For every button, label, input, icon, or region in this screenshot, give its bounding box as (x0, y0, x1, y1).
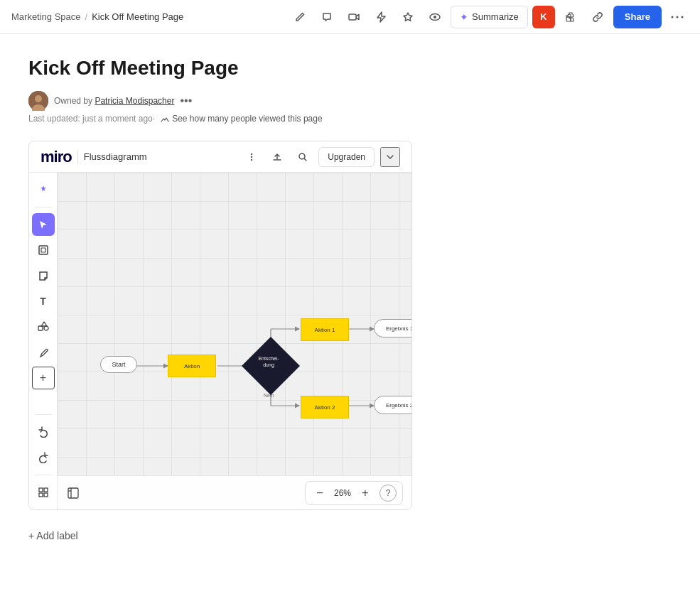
toolbar-add-button[interactable]: + (32, 367, 55, 389)
miro-topbar: miro Flussdiagramm (29, 141, 411, 173)
summarize-button[interactable]: ✦ Summarize (451, 6, 528, 28)
svg-rect-22 (44, 493, 48, 497)
svg-point-2 (434, 16, 436, 18)
miro-collapse-button[interactable] (380, 147, 400, 167)
miro-toolbar: T + (29, 173, 58, 509)
star-button[interactable] (397, 6, 419, 28)
space-name[interactable]: Marketing Space (11, 11, 81, 22)
svg-point-5 (677, 16, 679, 18)
help-button[interactable]: ? (379, 485, 397, 502)
miro-upload-button[interactable] (267, 147, 287, 167)
page-title: Kick Off Meeting Page (28, 57, 672, 80)
toolbar-separator-3 (35, 475, 52, 475)
share-button[interactable]: Share (613, 6, 662, 28)
svg-point-11 (251, 156, 252, 157)
kiwi-letter: K (540, 11, 546, 22)
flowchart-result2: Ergebnis 2 (374, 396, 411, 414)
toolbar-frame-button[interactable] (32, 239, 55, 261)
updated-text: Last updated: just a moment ago· (28, 114, 155, 124)
updated-row: Last updated: just a moment ago· See how… (28, 114, 672, 124)
miro-body: T + (29, 173, 411, 509)
svg-marker-18 (41, 322, 47, 326)
svg-rect-33 (68, 488, 78, 498)
summarize-label: Summarize (472, 11, 519, 22)
eye-button[interactable] (424, 6, 446, 28)
svg-point-4 (672, 16, 674, 18)
svg-point-17 (44, 326, 48, 330)
toolbar-undo-button[interactable] (32, 421, 55, 443)
owner-text: Owned by Patricia Modispacher (54, 96, 174, 106)
svg-point-12 (251, 158, 252, 160)
page-meta: Owned by Patricia Modispacher ••• Last u… (28, 91, 672, 124)
toolbar-shapes-button[interactable] (32, 315, 55, 338)
breadcrumb: Marketing Space / Kick Off Meeting Page (11, 11, 183, 22)
toolbar-separator-2 (35, 414, 52, 415)
zoom-level: 26% (331, 488, 354, 498)
bolt-button[interactable] (370, 6, 392, 28)
flowchart-action1: Aktion 1 (301, 318, 349, 341)
svg-rect-15 (41, 248, 45, 252)
miro-board-title: Flussdiagramm (84, 151, 147, 162)
toolbar-redo-button[interactable] (32, 446, 55, 469)
share-label: Share (625, 11, 650, 22)
edit-button[interactable] (289, 6, 311, 28)
flowchart-start: Start (100, 356, 137, 373)
comment-button[interactable] (316, 6, 338, 28)
miro-upgrade-button[interactable]: Upgraden (318, 147, 375, 167)
owner-row: Owned by Patricia Modispacher ••• (28, 91, 672, 111)
svg-point-8 (35, 95, 42, 102)
avatar (28, 91, 48, 111)
svg-rect-20 (44, 488, 48, 492)
miro-topbar-divider (77, 150, 78, 164)
miro-frame-nav-button[interactable] (63, 483, 83, 503)
toolbar-ai-button[interactable] (32, 178, 55, 201)
toolbar-text-button[interactable]: T (32, 290, 55, 313)
header-actions: ✦ Summarize K Share (289, 6, 689, 28)
svg-rect-21 (39, 493, 43, 497)
svg-rect-3 (566, 17, 571, 21)
owner-menu-button[interactable]: ••• (180, 94, 192, 107)
svg-rect-19 (39, 488, 43, 492)
miro-bottombar: − 26% + ? (58, 475, 411, 509)
toolbar-sticky-button[interactable] (32, 264, 55, 287)
main-content: Kick Off Meeting Page Owned by Patricia … (0, 34, 700, 570)
toolbar-separator-1 (35, 207, 52, 207)
miro-canvas[interactable]: Ja Nein Start Aktion (58, 173, 411, 509)
flowchart-action: Aktion (168, 355, 216, 377)
toolbar-grid-button[interactable] (32, 481, 55, 504)
svg-rect-16 (38, 326, 43, 330)
views-link[interactable]: See how many people viewed this page (161, 114, 322, 124)
puzzle-button[interactable] (559, 6, 582, 28)
miro-topbar-right: Upgraden (242, 147, 400, 167)
flowchart-arrows: Ja Nein (58, 173, 411, 509)
miro-embed: miro Flussdiagramm (28, 141, 412, 510)
flowchart-action2: Aktion 2 (301, 396, 349, 418)
link-button[interactable] (586, 6, 609, 28)
svg-point-6 (682, 16, 684, 18)
add-label-button[interactable]: + Add label (28, 530, 672, 541)
kiwi-integration-button[interactable]: K (532, 6, 555, 28)
svg-rect-0 (349, 14, 356, 20)
flowchart-result1: Ergebnis 1 (374, 319, 411, 337)
zoom-in-button[interactable]: + (357, 485, 374, 502)
header: Marketing Space / Kick Off Meeting Page (0, 0, 700, 34)
miro-logo: miro (41, 148, 72, 166)
svg-rect-14 (39, 246, 48, 254)
more-options-button[interactable] (666, 6, 689, 28)
toolbar-pen-button[interactable] (32, 341, 55, 364)
breadcrumb-separator: / (85, 11, 88, 22)
miro-menu-button[interactable] (242, 147, 262, 167)
miro-topbar-center: miro Flussdiagramm (41, 148, 147, 166)
sparkle-icon: ✦ (460, 11, 468, 23)
flowchart-decision-text: Entschei-dung (251, 355, 286, 368)
zoom-controls: − 26% + ? (305, 481, 403, 505)
toolbar-cursor-button[interactable] (32, 213, 55, 236)
zoom-out-button[interactable]: − (311, 485, 328, 502)
add-label-text: + Add label (28, 530, 78, 541)
svg-point-10 (251, 153, 252, 154)
miro-search-button[interactable] (293, 147, 313, 167)
video-button[interactable] (343, 6, 365, 28)
page-name-breadcrumb[interactable]: Kick Off Meeting Page (92, 11, 183, 22)
owner-link[interactable]: Patricia Modispacher (95, 96, 174, 106)
